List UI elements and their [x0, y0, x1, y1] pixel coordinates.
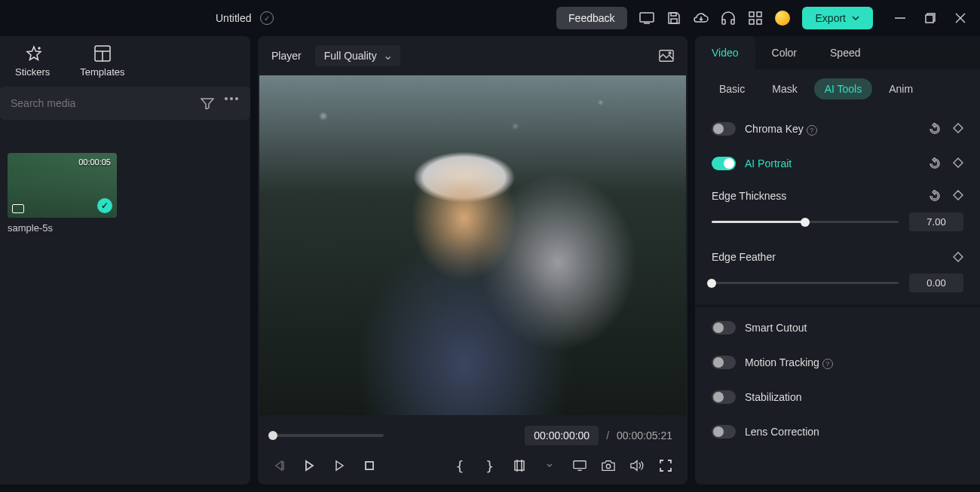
quality-select[interactable]: Full Quality — [315, 45, 400, 66]
subtab-mask[interactable]: Mask — [761, 78, 807, 99]
help-icon[interactable]: ? — [822, 359, 833, 369]
label-lens-correction: Lens Correction — [745, 426, 963, 438]
prev-frame-button[interactable] — [273, 459, 286, 472]
player-header: Player Full Quality — [258, 36, 688, 75]
svg-rect-25 — [515, 461, 524, 470]
slider-thumb-feather[interactable] — [707, 279, 716, 288]
time-current[interactable]: 00:00:00:00 — [525, 426, 599, 445]
export-button[interactable]: Export — [802, 7, 873, 29]
value-edge-thickness[interactable]: 7.00 — [909, 212, 963, 231]
row-stabilization: Stabilization — [695, 380, 980, 414]
row-actions — [929, 123, 963, 135]
time-display: 00:00:00:00 / 00:00:05:21 — [525, 426, 672, 445]
keyframe-icon[interactable] — [953, 123, 963, 135]
label-motion-tracking: Motion Tracking? — [745, 356, 963, 369]
media-name: sample-5s — [8, 222, 243, 234]
keyframe-icon[interactable] — [953, 157, 963, 170]
media-tabs: Stickers Templates — [0, 36, 250, 84]
keyframe-icon[interactable] — [953, 252, 963, 262]
toggle-smart-cutout[interactable] — [712, 321, 736, 335]
property-tabs: Video Color Speed — [695, 36, 980, 69]
crop-icon[interactable] — [513, 459, 526, 472]
filter-icon[interactable] — [201, 97, 214, 109]
save-icon[interactable] — [666, 11, 681, 26]
keyframe-icon[interactable] — [953, 190, 963, 202]
minimize-button[interactable] — [893, 11, 908, 26]
value-edge-feather[interactable]: 0.00 — [909, 274, 963, 292]
tab-stickers[interactable]: Stickers — [15, 45, 50, 78]
time-separator: / — [606, 429, 609, 442]
tab-speed[interactable]: Speed — [813, 36, 877, 69]
help-icon[interactable]: ? — [807, 125, 817, 136]
scrub-row: 00:00:00:00 / 00:00:05:21 — [273, 426, 672, 445]
svg-rect-4 — [722, 20, 725, 24]
next-frame-button[interactable] — [332, 459, 346, 472]
row-smart-cutout: Smart Cutout — [695, 304, 980, 345]
slider-track-thickness[interactable] — [712, 221, 899, 223]
scrub-track[interactable] — [273, 434, 384, 437]
toggle-stabilization[interactable] — [712, 390, 736, 404]
tab-video[interactable]: Video — [695, 36, 755, 69]
maximize-button[interactable] — [923, 11, 938, 26]
snapshot-icon[interactable] — [659, 48, 674, 63]
close-button[interactable] — [953, 11, 968, 26]
preview-viewport[interactable] — [259, 75, 686, 415]
row-actions — [929, 157, 963, 170]
volume-icon[interactable] — [630, 459, 644, 472]
thumb-frame-icon — [12, 204, 24, 213]
subtab-animation[interactable]: Anim — [878, 78, 923, 99]
fullscreen-icon[interactable] — [659, 459, 672, 472]
device-preview-icon[interactable] — [639, 11, 654, 26]
toggle-lens-correction[interactable] — [712, 425, 736, 439]
svg-rect-24 — [366, 462, 373, 469]
scrub-thumb[interactable] — [268, 431, 277, 440]
premium-badge-icon[interactable] — [775, 11, 790, 26]
templates-label: Templates — [80, 66, 124, 78]
feedback-button[interactable]: Feedback — [556, 7, 626, 29]
tab-templates[interactable]: Templates — [80, 45, 124, 78]
play-button[interactable] — [303, 459, 317, 472]
cloud-icon[interactable] — [694, 11, 709, 26]
svg-rect-9 — [757, 20, 761, 24]
crop-dropdown-icon[interactable] — [543, 459, 556, 472]
row-lens-correction: Lens Correction — [695, 414, 980, 449]
slider-track-feather[interactable] — [712, 282, 899, 284]
camera-icon[interactable] — [602, 459, 615, 472]
label-chroma-key: Chroma Key? — [745, 123, 920, 136]
media-grid: 00:00:05 ✓ sample-5s — [0, 123, 250, 264]
toggle-ai-portrait[interactable] — [712, 157, 736, 170]
topbar-left: Untitled ✓ — [12, 11, 547, 25]
headphones-icon[interactable] — [721, 11, 736, 26]
apps-grid-icon[interactable] — [748, 11, 763, 26]
slider-thumb-thickness[interactable] — [801, 218, 810, 227]
media-thumbnail[interactable]: 00:00:05 ✓ — [8, 153, 117, 218]
mark-out-icon[interactable]: } — [483, 459, 497, 472]
controls-right — [573, 459, 672, 472]
toggle-chroma-key[interactable] — [712, 122, 736, 136]
reset-icon[interactable] — [929, 123, 941, 135]
svg-rect-7 — [757, 12, 761, 17]
stop-button[interactable] — [363, 459, 376, 472]
saved-check-icon: ✓ — [260, 11, 274, 25]
toggle-motion-tracking[interactable] — [712, 356, 736, 369]
search-input[interactable] — [8, 93, 201, 114]
svg-point-14 — [38, 47, 40, 49]
reset-icon[interactable] — [929, 190, 941, 202]
thumb-added-icon: ✓ — [97, 198, 112, 213]
main-area: Stickers Templates 00:00:05 ✓ sample-5s — [0, 36, 980, 492]
svg-rect-6 — [749, 12, 754, 17]
more-icon[interactable] — [225, 97, 238, 109]
tab-color[interactable]: Color — [755, 36, 813, 69]
mark-in-icon[interactable]: { — [453, 459, 467, 472]
reset-icon[interactable] — [929, 157, 941, 170]
subtab-ai-tools[interactable]: AI Tools — [814, 78, 873, 99]
section-edge-thickness: Edge Thickness — [695, 181, 980, 206]
display-icon[interactable] — [573, 459, 586, 472]
svg-point-18 — [225, 97, 228, 100]
subtab-basic[interactable]: Basic — [709, 78, 755, 99]
stickers-icon — [24, 45, 41, 62]
search-row — [0, 87, 250, 120]
svg-rect-2 — [671, 13, 676, 16]
player-label: Player — [271, 50, 302, 62]
project-title[interactable]: Untitled — [216, 12, 251, 24]
